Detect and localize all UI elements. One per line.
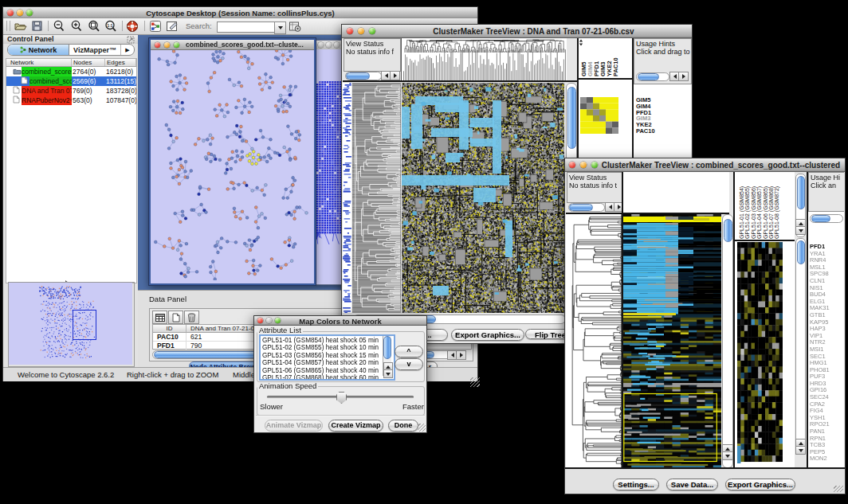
view-status-scroll-thumb[interactable] [569, 204, 593, 211]
attribute-listbox[interactable]: GPL51-01 (GSM854) heat shock 05 minGPL51… [259, 334, 395, 381]
close-button[interactable] [569, 162, 575, 168]
column-dendrogram[interactable] [401, 38, 567, 80]
zoom-actual-icon[interactable]: 1:1 [104, 20, 117, 33]
tab-vizmapper[interactable]: VizMapper™ [69, 45, 120, 55]
minimize-button[interactable] [580, 162, 587, 168]
trash-button[interactable] [184, 311, 199, 324]
column-header[interactable]: Nodes [72, 59, 105, 66]
save-disk-icon[interactable] [31, 20, 43, 32]
scroll-down-button[interactable] [383, 369, 393, 378]
row-dendrogram[interactable] [566, 214, 622, 467]
done-button[interactable]: Done [388, 420, 418, 432]
mini-vscroll-thumb[interactable] [797, 240, 805, 264]
attribute-list-item[interactable]: GPL51-03 (GSM856) heat shock 15 min [262, 352, 394, 359]
heatmap-canvas[interactable] [623, 214, 721, 467]
mini-heatmap[interactable] [737, 242, 783, 463]
attribute-list-item[interactable]: GPL51-04 (GSM857) heat shock 20 min [262, 359, 394, 366]
zoom-button[interactable] [174, 42, 179, 48]
attribute-list-item[interactable]: GPL51-06 (GSM865) heat shock 40 min [262, 367, 394, 374]
attribute-list-item[interactable]: GPL51-07 (GSM868) heat shock 60 min [262, 374, 394, 381]
zoom-button[interactable] [369, 28, 375, 34]
attribute-list-item[interactable]: GPL51-02 (GSM855) heat shock 10 min [262, 344, 394, 351]
birdseye-canvas[interactable] [9, 283, 132, 365]
zoom-in-icon[interactable] [70, 20, 83, 33]
column-label[interactable]: GPL51-07 (GSM868) [768, 174, 774, 239]
annotation-icon[interactable] [166, 20, 179, 33]
dialog-titlebar[interactable]: Map Colors to Network [254, 316, 426, 326]
open-folder-icon[interactable] [14, 20, 27, 32]
heatmap-canvas[interactable] [402, 83, 564, 313]
zoom-out-icon[interactable] [53, 20, 65, 33]
column-label[interactable]: GPL51-03 (GSM856) [751, 174, 756, 239]
minimize-button[interactable] [164, 42, 170, 48]
treeview-combined-titlebar[interactable]: ClusterMaker TreeView : combined_scores_… [565, 158, 845, 172]
labels-vscroll-thumb[interactable] [797, 176, 805, 209]
minimize-button[interactable] [326, 42, 332, 48]
usage-scroll-thumb[interactable] [811, 215, 830, 222]
tabs-overflow-button[interactable]: ▶ [120, 45, 134, 55]
view-status-scroll-thumb[interactable] [346, 72, 370, 80]
column-label[interactable]: GPL51-08 (GSM872) [774, 174, 779, 239]
network-table-row[interactable]: RNAPuberNov2+I563(0)107847(0) [6, 96, 136, 105]
move-up-button[interactable]: ^ [395, 346, 423, 357]
usage-scroll-thumb[interactable] [638, 73, 659, 80]
network-name[interactable]: combined_scores_ [22, 67, 72, 76]
column-header[interactable]: Network [6, 59, 72, 66]
row-label[interactable]: PAC10 [636, 128, 655, 135]
attribute-list-item[interactable]: GPL51-01 (GSM854) heat shock 05 min [262, 337, 394, 344]
column-label[interactable]: GPL51-01 (GSM854) [739, 174, 744, 239]
new-document-button[interactable] [168, 311, 183, 324]
network-table-row[interactable]: combined_scores_2764(0)16218(0) [6, 67, 136, 76]
float-panel-icon[interactable] [127, 36, 135, 44]
export-graphics-button[interactable]: Export Graphics... [451, 329, 524, 341]
network-table-row[interactable]: combined_sco2569(6)13112(15) [6, 76, 136, 86]
column-label[interactable]: PAC10 [612, 41, 619, 76]
network-view-window[interactable]: combined_scores_good.txt--cluste... [149, 38, 316, 285]
search-dropdown-button[interactable] [274, 21, 286, 34]
zoom-button[interactable] [334, 42, 340, 48]
zoom-button[interactable] [591, 162, 598, 168]
settings-button[interactable]: Settings... [613, 479, 659, 490]
search-input[interactable] [217, 21, 276, 33]
column-dendrogram-canvas[interactable] [402, 38, 567, 80]
save-data-button[interactable]: Save Data... [666, 479, 718, 490]
close-button[interactable] [155, 42, 160, 48]
minimize-button[interactable] [358, 28, 364, 34]
scroll-down-button[interactable] [795, 446, 806, 455]
close-button[interactable] [347, 28, 353, 34]
animate-vizmap-button[interactable]: Animate Vizmap [265, 420, 323, 432]
column-label[interactable]: GPL51-04 (GSM857) [756, 174, 762, 239]
network-name[interactable]: DNA and Tran 07 [22, 86, 72, 96]
heatmap-vscrollbar[interactable] [722, 214, 733, 468]
scroll-right-button[interactable] [390, 71, 400, 80]
network-table-row[interactable]: DNA and Tran 07769(0)183728(0) [6, 86, 136, 96]
move-down-button[interactable]: v [395, 358, 423, 370]
column-header[interactable]: Edges [105, 59, 136, 66]
export-graphics-button[interactable]: Export Graphics... [725, 479, 795, 490]
attribute-grid-button[interactable] [152, 311, 167, 324]
resize-grip[interactable] [418, 424, 426, 432]
zoom-fit-icon[interactable] [87, 20, 100, 33]
resize-grip[interactable] [470, 377, 480, 387]
scroll-down-button[interactable] [722, 451, 733, 460]
network-canvas[interactable] [151, 50, 311, 280]
network-window-titlebar[interactable]: combined_scores_good.txt--cluste... [151, 40, 314, 50]
network-node-icon[interactable] [149, 20, 162, 33]
mini-heatmap[interactable] [580, 97, 618, 134]
scroll-right-button[interactable] [678, 72, 689, 81]
heatmap-vscroll-thumb[interactable] [724, 219, 732, 242]
listbox-vscroll-thumb[interactable] [383, 336, 391, 359]
heatmap-vscroll-thumb[interactable] [567, 87, 576, 149]
row-dendrogram[interactable] [352, 83, 401, 313]
column-label[interactable]: GPL51-06 (GSM865) [763, 174, 768, 239]
create-vizmap-button[interactable]: Create Vizmap [328, 420, 383, 432]
global-minimap[interactable] [343, 83, 351, 313]
network-name[interactable]: combined_sco [29, 76, 72, 86]
gene-label[interactable]: MON2 [810, 455, 830, 463]
birdseye-view[interactable] [8, 282, 135, 367]
search-config-icon[interactable] [289, 20, 301, 33]
close-button[interactable] [318, 42, 324, 48]
scroll-down-button[interactable] [795, 226, 806, 235]
mini-vscrollbar[interactable] [795, 238, 806, 455]
treeview-dna-titlebar[interactable]: ClusterMaker TreeView : DNA and Tran 07-… [342, 25, 692, 38]
